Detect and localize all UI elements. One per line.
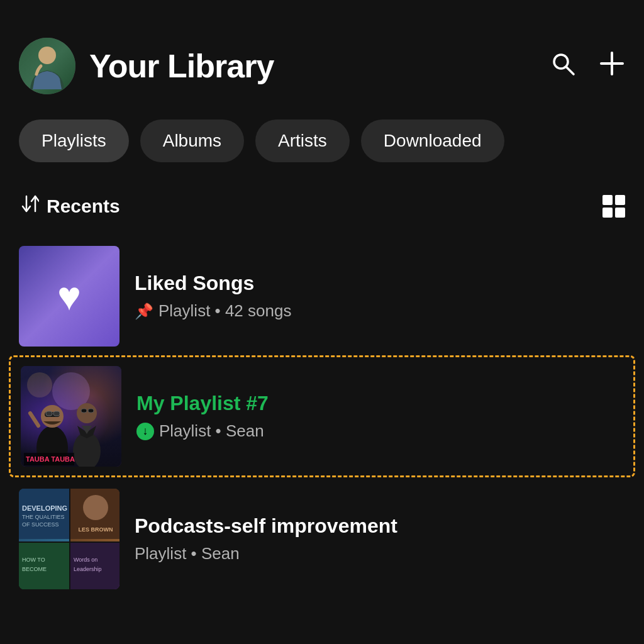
header: Your Library [19,38,625,94]
svg-rect-19 [88,409,94,413]
subtitle-text: Playlist • Sean [135,544,240,564]
item-subtitle: 📌 Playlist • 42 songs [135,301,625,321]
svg-text:HOW TO: HOW TO [22,557,45,563]
subtitle-text: Playlist • Sean [159,421,264,441]
library-page: Your Library Playlists Albums Artists Do… [0,0,644,644]
recents-label: Recents [47,196,120,217]
playlist7-thumbnail: TAUBA TAUBA [21,366,121,467]
podcast-thumb-1: DEVELOPING THE QUALITIES OF SUCCESS [19,489,69,541]
tab-albums[interactable]: Albums [140,119,244,162]
podcast-thumb-3: HOW TO BECOME [19,543,69,589]
recents-sort[interactable]: Recents [19,194,120,218]
podcast-thumb-2: LES BROWN [70,489,119,541]
podcasts-info: Podcasts-self improvement Playlist • Sea… [135,514,625,564]
svg-rect-13 [46,411,52,416]
sort-icon [19,194,39,218]
svg-text:LES BROWN: LES BROWN [79,526,113,533]
grid-square-1 [602,195,613,205]
svg-line-15 [30,413,38,426]
header-actions [550,50,625,82]
download-circle-icon: ↓ [136,423,154,440]
podcasts-thumbnail: DEVELOPING THE QUALITIES OF SUCCESS LES … [19,489,119,589]
item-title: Liked Songs [135,272,625,295]
grid-square-2 [615,195,625,205]
item-subtitle: Playlist • Sean [135,544,625,564]
liked-songs-info: Liked Songs 📌 Playlist • 42 songs [135,272,625,321]
svg-text:Leadership: Leadership [74,566,102,572]
svg-line-3 [567,67,574,74]
item-title: My Playlist #7 [136,392,623,415]
page-title: Your Library [89,47,550,85]
podcast-thumb-4: Words on Leadership [70,543,119,589]
playlist7-info: My Playlist #7 ↓ Playlist • Sean [136,392,623,441]
svg-point-17 [77,403,97,423]
subtitle-text: Playlist • 42 songs [158,301,291,321]
grid-square-3 [602,208,613,218]
tab-playlists[interactable]: Playlists [19,119,129,162]
recents-header: Recents [19,194,625,218]
svg-point-27 [83,495,108,520]
search-icon[interactable] [550,50,576,82]
avatar[interactable] [19,38,75,94]
tab-downloaded[interactable]: Downloaded [361,119,504,162]
pin-icon: 📌 [135,303,153,320]
svg-text:TAUBA TAUBA: TAUBA TAUBA [26,455,75,463]
svg-rect-14 [53,411,60,416]
svg-text:BECOME: BECOME [22,566,47,572]
grid-view-icon[interactable] [602,195,625,218]
grid-square-4 [615,208,625,218]
liked-songs-thumbnail: ♥ [19,246,119,347]
list-item[interactable]: TAUBA TAUBA My Playlist #7 ↓ Playlist • … [9,355,635,477]
list-item[interactable]: DEVELOPING THE QUALITIES OF SUCCESS LES … [19,480,625,598]
tab-artists[interactable]: Artists [255,119,350,162]
svg-rect-18 [81,409,87,413]
list-item[interactable]: ♥ Liked Songs 📌 Playlist • 42 songs [19,237,625,355]
svg-text:THE QUALITIES: THE QUALITIES [22,514,65,520]
svg-point-9 [27,372,52,397]
item-title: Podcasts-self improvement [135,514,625,538]
item-subtitle: ↓ Playlist • Sean [136,421,623,441]
svg-text:Words on: Words on [74,557,97,563]
svg-text:DEVELOPING: DEVELOPING [22,504,67,512]
heart-icon: ♥ [57,273,81,319]
svg-text:OF SUCCESS: OF SUCCESS [22,521,59,528]
svg-point-1 [38,47,56,64]
filter-tabs: Playlists Albums Artists Downloaded [19,119,625,162]
library-list: ♥ Liked Songs 📌 Playlist • 42 songs [19,237,625,598]
add-icon[interactable] [599,50,625,82]
